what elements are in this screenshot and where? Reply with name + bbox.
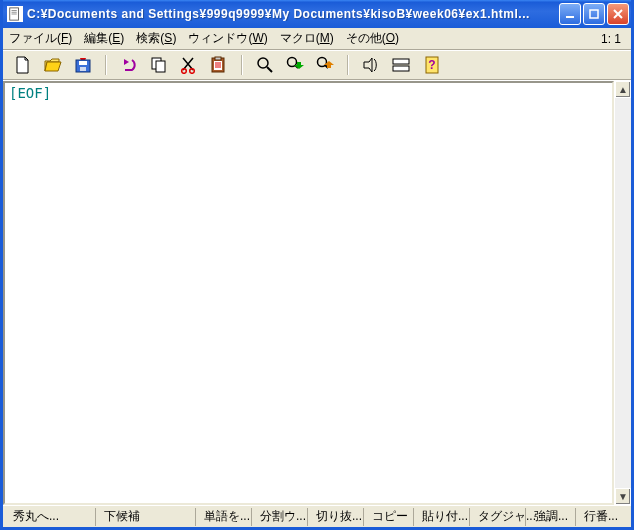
svg-point-13: [182, 69, 187, 74]
find-next-button[interactable]: [285, 55, 305, 75]
svg-text:?: ?: [428, 58, 435, 72]
cut-button[interactable]: [179, 55, 199, 75]
menu-search[interactable]: 検索(S): [136, 30, 176, 47]
menu-other[interactable]: その他(O): [346, 30, 399, 47]
svg-rect-9: [80, 67, 86, 71]
separator: [347, 55, 349, 75]
status-copy[interactable]: コピー: [363, 508, 413, 526]
split-window-button[interactable]: [391, 55, 411, 75]
copy-button[interactable]: [149, 55, 169, 75]
status-gyouban[interactable]: 行番...: [575, 508, 629, 526]
svg-point-14: [190, 69, 195, 74]
save-button[interactable]: [73, 55, 93, 75]
minimize-button[interactable]: [559, 3, 581, 25]
eof-marker: [EOF]: [9, 85, 51, 101]
maximize-button[interactable]: [583, 3, 605, 25]
tag-jump-button[interactable]: [361, 55, 381, 75]
status-hidemaru[interactable]: 秀丸へ...: [5, 508, 95, 526]
svg-line-22: [267, 67, 272, 72]
svg-rect-29: [393, 59, 409, 64]
titlebar[interactable]: C:¥Documents and Settings¥999q9999¥My Do…: [3, 0, 631, 28]
help-button[interactable]: ?: [421, 55, 441, 75]
svg-point-21: [258, 58, 268, 68]
status-tango[interactable]: 単語を...: [195, 508, 251, 526]
application-window: C:¥Documents and Settings¥999q9999¥My Do…: [0, 0, 634, 530]
window-controls: [559, 3, 629, 25]
svg-rect-5: [590, 10, 598, 18]
scroll-track[interactable]: [615, 98, 631, 488]
scroll-up-button[interactable]: ▲: [615, 81, 631, 98]
status-shitakouho[interactable]: 下候補: [95, 508, 195, 526]
statusbar: 秀丸へ... 下候補 単語を... 分割ウ... 切り抜... コピー 貼り付.…: [3, 505, 631, 527]
status-tagjump[interactable]: タグジャ...: [469, 508, 525, 526]
separator: [241, 55, 243, 75]
svg-rect-12: [156, 61, 165, 72]
separator: [105, 55, 107, 75]
svg-marker-25: [294, 62, 304, 69]
cursor-position: 1: 1: [601, 32, 625, 46]
svg-marker-28: [324, 61, 334, 68]
menubar: ファイル(F) 編集(E) 検索(S) ウィンドウ(W) マクロ(M) その他(…: [3, 28, 631, 50]
toolbar: ?: [3, 50, 631, 80]
status-paste[interactable]: 貼り付...: [413, 508, 469, 526]
new-file-button[interactable]: [13, 55, 33, 75]
svg-rect-30: [393, 66, 409, 71]
status-kirinuki[interactable]: 切り抜...: [307, 508, 363, 526]
paste-button[interactable]: [209, 55, 229, 75]
svg-marker-10: [124, 59, 129, 65]
editor-pane[interactable]: [EOF]: [3, 81, 614, 505]
menu-macro[interactable]: マクロ(M): [280, 30, 334, 47]
status-bunkatsu[interactable]: 分割ウ...: [251, 508, 307, 526]
window-title: C:¥Documents and Settings¥999q9999¥My Do…: [27, 7, 555, 21]
content-area: [EOF] ▲ ▼: [3, 80, 631, 505]
find-button[interactable]: [255, 55, 275, 75]
scroll-down-button[interactable]: ▼: [615, 488, 631, 505]
svg-rect-4: [566, 16, 574, 18]
open-file-button[interactable]: [43, 55, 63, 75]
app-icon: [7, 6, 23, 22]
menu-window[interactable]: ウィンドウ(W): [188, 30, 267, 47]
svg-rect-8: [79, 61, 87, 65]
vertical-scrollbar[interactable]: ▲ ▼: [614, 81, 631, 505]
close-button[interactable]: [607, 3, 629, 25]
undo-button[interactable]: [119, 55, 139, 75]
menu-file[interactable]: ファイル(F): [9, 30, 72, 47]
find-prev-button[interactable]: [315, 55, 335, 75]
svg-rect-16: [215, 57, 221, 60]
status-kyouchou[interactable]: 強調...: [525, 508, 575, 526]
menu-edit[interactable]: 編集(E): [84, 30, 124, 47]
